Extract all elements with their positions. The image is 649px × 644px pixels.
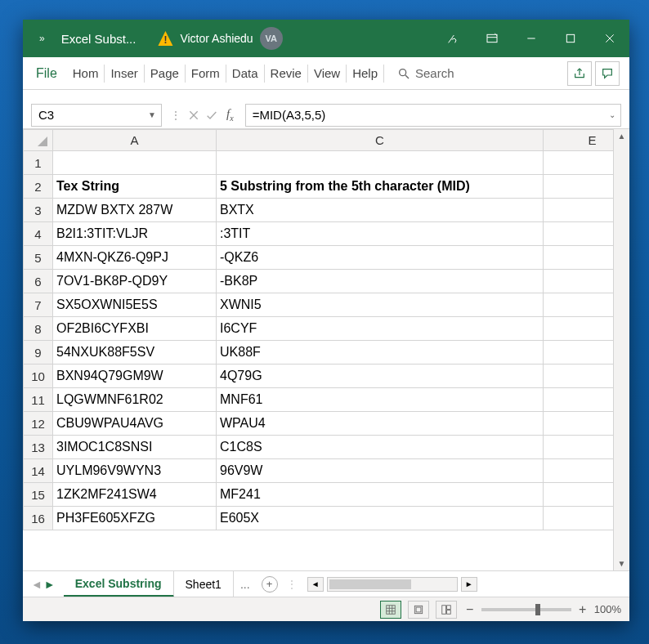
row-header[interactable]: 6 <box>24 270 53 293</box>
enter-icon[interactable] <box>205 109 218 122</box>
sheet-tab-active[interactable]: Excel Substring <box>64 571 174 597</box>
scroll-down-icon[interactable]: ▼ <box>618 557 626 570</box>
user-account[interactable]: ! Victor Ashiedu VA <box>157 27 282 50</box>
cell[interactable]: XWNI5 <box>217 293 544 317</box>
row-header[interactable]: 9 <box>24 341 53 364</box>
row-header[interactable]: 14 <box>24 459 53 483</box>
cell[interactable]: 5 Substring from the 5th character (MID) <box>217 175 544 199</box>
expand-formula-bar-icon[interactable]: ⌄ <box>609 110 615 119</box>
cell[interactable] <box>544 246 614 270</box>
cell[interactable]: Tex String <box>53 175 217 199</box>
zoom-level[interactable]: 100% <box>594 603 621 615</box>
cell[interactable]: 3IMOC1C8SNSI <box>53 436 217 459</box>
fx-icon[interactable]: fx <box>223 107 237 123</box>
view-page-break-button[interactable] <box>436 601 457 619</box>
tab-review[interactable]: Revie <box>265 57 307 90</box>
cancel-icon[interactable] <box>187 109 200 122</box>
row-header[interactable]: 12 <box>24 412 53 436</box>
column-header-a[interactable]: A <box>53 130 217 151</box>
view-page-layout-button[interactable] <box>408 601 429 619</box>
cell[interactable]: 54NXUK88F5SV <box>53 341 217 364</box>
quick-access-overflow-icon[interactable]: » <box>34 33 50 44</box>
row-header[interactable]: 15 <box>24 483 53 507</box>
cell[interactable] <box>544 507 614 530</box>
cell[interactable]: B2I1:3TIT:VLJR <box>53 222 217 246</box>
scroll-right-icon[interactable]: ► <box>461 577 477 592</box>
cell[interactable] <box>544 483 614 507</box>
cell[interactable]: OF2BI6CYFXBI <box>53 317 217 341</box>
cell[interactable] <box>544 175 614 199</box>
cell[interactable] <box>217 151 544 175</box>
share-button[interactable] <box>567 61 592 86</box>
cell[interactable] <box>544 317 614 341</box>
cell[interactable]: MF241 <box>217 483 544 507</box>
comments-button[interactable] <box>595 61 620 86</box>
cell[interactable]: UK88F <box>217 341 544 364</box>
column-header-e[interactable]: E <box>544 130 614 151</box>
minimize-button[interactable] <box>512 20 551 57</box>
cell[interactable] <box>544 412 614 436</box>
cell[interactable]: CBU9WPAU4AVG <box>53 412 217 436</box>
vertical-scrollbar[interactable]: ▲ ▼ <box>613 129 629 570</box>
ribbon-display-icon[interactable] <box>472 20 512 57</box>
cell[interactable]: 7OV1-BK8P-QD9Y <box>53 270 217 293</box>
tab-page-layout[interactable]: Page <box>145 57 185 90</box>
select-all-corner[interactable] <box>24 130 53 151</box>
row-header[interactable]: 1 <box>24 151 53 175</box>
column-header-c[interactable]: C <box>217 130 544 151</box>
close-button[interactable] <box>590 20 629 57</box>
cell[interactable]: WPAU4 <box>217 412 544 436</box>
cell[interactable] <box>544 293 614 317</box>
cell[interactable] <box>544 364 614 388</box>
cell[interactable] <box>544 222 614 246</box>
new-sheet-button[interactable]: + <box>262 576 278 593</box>
cell[interactable] <box>544 341 614 364</box>
row-header[interactable]: 3 <box>24 199 53 222</box>
row-header[interactable]: 5 <box>24 246 53 270</box>
row-header[interactable]: 16 <box>24 507 53 530</box>
zoom-in-button[interactable]: + <box>576 602 589 617</box>
row-header[interactable]: 13 <box>24 436 53 459</box>
cell[interactable] <box>544 270 614 293</box>
row-header[interactable]: 2 <box>24 175 53 199</box>
row-header[interactable]: 4 <box>24 222 53 246</box>
tab-insert[interactable]: Inser <box>105 57 143 90</box>
tab-view[interactable]: View <box>308 57 346 90</box>
cell[interactable]: UYLM96V9WYN3 <box>53 459 217 483</box>
zoom-slider[interactable] <box>481 608 571 611</box>
tab-data[interactable]: Data <box>226 57 264 90</box>
tab-file[interactable]: File <box>29 57 67 90</box>
cell[interactable]: -QKZ6 <box>217 246 544 270</box>
sheet-nav-next-icon[interactable]: ► <box>44 578 56 591</box>
cell[interactable] <box>544 151 614 175</box>
cell[interactable] <box>544 436 614 459</box>
cell[interactable]: :3TIT <box>217 222 544 246</box>
cell[interactable]: 1ZK2MF241SW4 <box>53 483 217 507</box>
sheet-tabs-overflow[interactable]: ... <box>234 578 257 591</box>
cell[interactable]: 4Q79G <box>217 364 544 388</box>
view-normal-button[interactable] <box>380 601 401 619</box>
cell[interactable]: 4MXN-QKZ6-Q9PJ <box>53 246 217 270</box>
cell[interactable]: MNF61 <box>217 388 544 412</box>
spreadsheet-grid[interactable]: A C E 12Tex String5 Substring from the 5… <box>23 129 629 570</box>
row-header[interactable]: 8 <box>24 317 53 341</box>
horizontal-scrollbar[interactable]: ◄ ► <box>301 577 629 592</box>
cell[interactable]: SX5OXWNI5E5S <box>53 293 217 317</box>
cell[interactable]: PH3FE605XFZG <box>53 507 217 530</box>
tab-help[interactable]: Help <box>347 57 383 90</box>
tab-formulas[interactable]: Form <box>186 57 226 90</box>
sheet-tab-other[interactable]: Sheet1 <box>174 571 234 597</box>
sheet-nav-prev-icon[interactable]: ◄ <box>31 578 43 591</box>
privacy-icon[interactable] <box>433 20 472 57</box>
cell[interactable] <box>53 151 217 175</box>
row-header[interactable]: 7 <box>24 293 53 317</box>
formula-input[interactable]: =MID(A3,5,5) ⌄ <box>245 104 621 127</box>
cell[interactable] <box>544 388 614 412</box>
cell[interactable]: I6CYF <box>217 317 544 341</box>
cell[interactable]: E605X <box>217 507 544 530</box>
maximize-button[interactable] <box>551 20 590 57</box>
zoom-out-button[interactable]: − <box>463 602 477 617</box>
name-box[interactable]: C3 ▼ <box>31 104 162 127</box>
scroll-up-icon[interactable]: ▲ <box>618 129 626 143</box>
search-box[interactable]: Search <box>389 66 463 80</box>
